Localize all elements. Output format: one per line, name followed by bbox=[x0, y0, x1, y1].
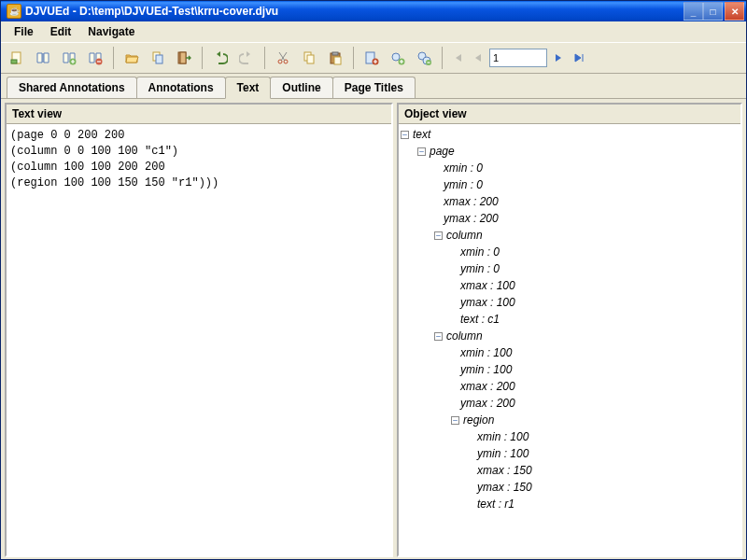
tree-leaf[interactable]: ymax : 200 bbox=[444, 211, 499, 227]
cut-button[interactable] bbox=[271, 46, 295, 70]
svg-rect-6 bbox=[156, 55, 162, 63]
title-bar: ☕ DJVUEd - D:\temp\DJVUEd-Test\krru-cove… bbox=[1, 1, 746, 21]
svg-rect-12 bbox=[307, 55, 314, 63]
svg-rect-14 bbox=[332, 52, 338, 55]
close-button[interactable]: ✕ bbox=[725, 2, 744, 21]
paste-button[interactable] bbox=[323, 46, 347, 70]
nav-last-button[interactable] bbox=[570, 49, 588, 67]
tab-outline[interactable]: Outline bbox=[270, 77, 332, 98]
maximize-button[interactable]: □ bbox=[703, 2, 723, 21]
text-line: (column 100 100 200 200 bbox=[10, 160, 388, 175]
svg-rect-15 bbox=[334, 57, 341, 64]
toolbar bbox=[1, 42, 746, 74]
tree-leaf[interactable]: ymax : 200 bbox=[460, 396, 515, 412]
tree-leaf[interactable]: ymin : 100 bbox=[460, 362, 512, 378]
app-icon: ☕ bbox=[7, 4, 21, 19]
tab-text[interactable]: Text bbox=[225, 77, 272, 99]
tree-node-page[interactable]: page bbox=[430, 144, 455, 160]
book-remove-button[interactable] bbox=[83, 46, 107, 70]
tab-annotations[interactable]: Annotations bbox=[136, 77, 226, 98]
object-view-header: Object view bbox=[399, 105, 740, 124]
node-edit-button[interactable] bbox=[386, 46, 410, 70]
tree-leaf[interactable]: xmin : 100 bbox=[460, 345, 512, 361]
svg-point-18 bbox=[392, 53, 400, 61]
exit-button[interactable] bbox=[172, 46, 196, 70]
nav-first-button bbox=[448, 49, 467, 67]
undo-button[interactable] bbox=[208, 46, 233, 70]
tree-node-column[interactable]: column bbox=[446, 228, 483, 244]
tree-toggle-icon[interactable]: − bbox=[434, 332, 443, 341]
nav-prev-button bbox=[469, 49, 487, 67]
svg-rect-8 bbox=[180, 52, 186, 63]
tab-bar: Shared Annotations Annotations Text Outl… bbox=[1, 74, 746, 99]
tree-leaf[interactable]: ymin : 100 bbox=[477, 446, 529, 462]
tree-leaf[interactable]: ymax : 150 bbox=[477, 480, 532, 496]
tree-leaf[interactable]: text : r1 bbox=[477, 497, 514, 512]
tree-leaf[interactable]: text : c1 bbox=[460, 312, 500, 328]
tree-leaf[interactable]: ymin : 0 bbox=[444, 177, 483, 193]
tree-leaf[interactable]: xmax : 150 bbox=[477, 463, 532, 479]
tree-toggle-icon[interactable]: − bbox=[401, 131, 409, 139]
tree-leaf[interactable]: xmax : 100 bbox=[460, 278, 515, 294]
text-view-header: Text view bbox=[7, 105, 391, 124]
object-view-panel: Object view −text −page xmin : 0 ymin : … bbox=[397, 103, 742, 557]
tree-leaf[interactable]: xmax : 200 bbox=[460, 379, 515, 395]
copy-doc-button[interactable] bbox=[146, 46, 170, 70]
copy-button[interactable] bbox=[297, 46, 321, 70]
minimize-button[interactable]: _ bbox=[684, 2, 703, 21]
folder-open-button[interactable] bbox=[120, 46, 144, 70]
open-book-button[interactable] bbox=[31, 46, 55, 70]
tree-toggle-icon[interactable]: − bbox=[434, 231, 443, 240]
tree-node-column[interactable]: column bbox=[446, 329, 483, 344]
menu-edit[interactable]: Edit bbox=[43, 23, 79, 40]
new-doc-button[interactable] bbox=[5, 46, 29, 70]
tab-shared-annotations[interactable]: Shared Annotations bbox=[7, 77, 137, 98]
tree-leaf[interactable]: ymin : 0 bbox=[460, 261, 500, 277]
tree-leaf[interactable]: xmax : 200 bbox=[444, 194, 499, 210]
tree-leaf[interactable]: xmin : 0 bbox=[444, 161, 483, 176]
text-view-panel: Text view (page 0 0 200 200 (column 0 0 … bbox=[5, 103, 393, 557]
text-line: (region 100 100 150 150 "r1"))) bbox=[10, 175, 388, 191]
book-add-button[interactable] bbox=[57, 46, 81, 70]
object-tree[interactable]: −text −page xmin : 0 ymin : 0 xmax : 200… bbox=[399, 124, 740, 555]
page-number-input[interactable] bbox=[489, 49, 547, 67]
menu-bar: File Edit Navigate bbox=[1, 21, 746, 42]
text-view-body[interactable]: (page 0 0 200 200 (column 0 0 100 100 "c… bbox=[7, 124, 391, 555]
text-line: (page 0 0 200 200 bbox=[10, 128, 388, 144]
content-area: Text view (page 0 0 200 200 (column 0 0 … bbox=[1, 99, 746, 560]
tree-node-region[interactable]: region bbox=[463, 413, 494, 428]
node-add-button[interactable] bbox=[359, 46, 384, 70]
nav-next-button[interactable] bbox=[549, 49, 568, 67]
tree-leaf[interactable]: ymax : 100 bbox=[460, 295, 515, 311]
tree-toggle-icon[interactable]: − bbox=[451, 416, 459, 425]
svg-rect-1 bbox=[11, 60, 17, 63]
tree-node-text[interactable]: text bbox=[413, 127, 430, 143]
text-line: (column 0 0 100 100 "c1") bbox=[10, 144, 388, 160]
tree-leaf[interactable]: xmin : 0 bbox=[460, 245, 500, 260]
node-delete-button[interactable] bbox=[412, 46, 436, 70]
tab-page-titles[interactable]: Page Titles bbox=[332, 77, 416, 98]
redo-button bbox=[234, 46, 259, 70]
menu-file[interactable]: File bbox=[7, 23, 41, 40]
menu-navigate[interactable]: Navigate bbox=[80, 23, 142, 40]
window-title: DJVUEd - D:\temp\DJVUEd-Test\krru-cover.… bbox=[25, 5, 684, 18]
tree-leaf[interactable]: xmin : 100 bbox=[477, 429, 529, 445]
tree-toggle-icon[interactable]: − bbox=[417, 147, 426, 156]
